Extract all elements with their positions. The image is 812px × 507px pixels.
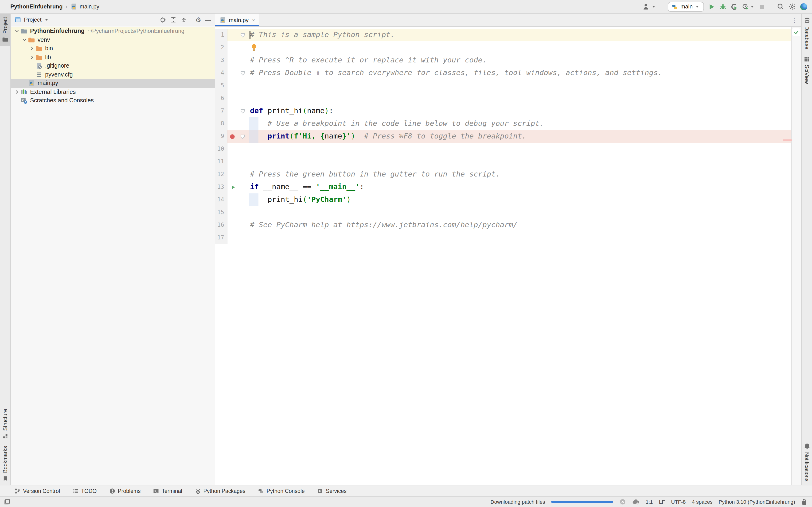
line-number[interactable]: 3 <box>215 54 227 67</box>
line-number[interactable]: 13 <box>215 181 227 193</box>
status-widget-4-spaces[interactable]: 4 spaces <box>692 499 713 505</box>
toolwindow-tab-notifications[interactable]: Notifications <box>802 440 812 485</box>
kebab-menu-icon[interactable]: ⋮ <box>788 14 801 26</box>
breadcrumb-project[interactable]: PythonEinfuehrung <box>10 3 63 10</box>
gutter-icons[interactable] <box>227 29 248 41</box>
code-text[interactable]: # Press ^R to execute it or replace it w… <box>248 54 792 67</box>
gutter-icons[interactable] <box>227 231 248 244</box>
toolwindow-button-version-control[interactable]: Version Control <box>14 488 60 494</box>
tree-item-main-py[interactable]: main.py <box>11 79 215 88</box>
code-line-8[interactable]: 8 # Use a breakpoint in the code line be… <box>215 117 792 130</box>
status-widget-lf[interactable]: LF <box>659 499 665 505</box>
code-text[interactable] <box>248 41 792 54</box>
run-button[interactable] <box>708 3 715 10</box>
toolbox-sphere-button[interactable] <box>800 3 807 10</box>
search-button[interactable] <box>777 3 784 10</box>
code-line-6[interactable]: 6 <box>215 92 792 105</box>
user-button[interactable] <box>642 3 656 10</box>
profiler-button[interactable] <box>742 3 755 10</box>
gear-icon[interactable]: ⚙ <box>195 16 201 23</box>
code-line-4[interactable]: 4# Press Double ⇧ to search everywhere f… <box>215 67 792 79</box>
chevron-down-icon[interactable] <box>14 27 20 35</box>
chevron-right-icon[interactable] <box>14 88 20 96</box>
line-number[interactable]: 16 <box>215 219 227 231</box>
pentagon-icon[interactable] <box>240 32 246 38</box>
stop-button[interactable] <box>759 3 765 10</box>
chevron-down-icon[interactable] <box>44 17 49 22</box>
code-line-16[interactable]: 16# See PyCharm help at https://www.jetb… <box>215 219 792 231</box>
code-text[interactable]: print_hi('PyCharm') <box>248 193 792 206</box>
code-line-17[interactable]: 17 <box>215 231 792 244</box>
gutter-icons[interactable] <box>227 193 248 206</box>
code-text[interactable] <box>248 231 792 244</box>
toolwindow-button-todo[interactable]: TODO <box>72 488 97 494</box>
breadcrumb-file[interactable]: main.py <box>70 3 99 10</box>
line-number[interactable]: 10 <box>215 143 227 155</box>
chevron-right-icon[interactable] <box>29 54 35 61</box>
gutter-icons[interactable] <box>227 130 248 143</box>
pentagon-icon[interactable] <box>240 133 246 139</box>
tree-item-external-libraries[interactable]: External Libraries <box>11 88 215 96</box>
gutter-icons[interactable] <box>227 206 248 219</box>
code-line-11[interactable]: 11 <box>215 155 792 168</box>
pentagon-icon[interactable] <box>240 70 246 76</box>
status-widget-python-3-10-pythoneinfuehrung-[interactable]: Python 3.10 (PythonEinfuehrung) <box>719 499 795 505</box>
status-widget-1-1[interactable]: 1:1 <box>646 499 653 505</box>
toolwindow-tab-structure[interactable]: Structure <box>0 406 10 443</box>
gutter-icons[interactable] <box>227 168 248 181</box>
code-text[interactable] <box>248 206 792 219</box>
debug-button[interactable] <box>719 3 726 10</box>
inspections-ok-chip[interactable] <box>792 28 800 36</box>
code-text[interactable] <box>248 92 792 105</box>
layout-widget-icon[interactable] <box>4 499 10 505</box>
gutter-icons[interactable] <box>227 92 248 105</box>
collapse-all-icon[interactable] <box>181 16 187 23</box>
lock-open-icon[interactable] <box>801 498 807 505</box>
line-number[interactable]: 15 <box>215 206 227 219</box>
tree-item-lib[interactable]: lib <box>11 53 215 61</box>
code-line-7[interactable]: 7def print_hi(name): <box>215 105 792 117</box>
code-line-2[interactable]: 2 <box>215 41 792 54</box>
gutter-icons[interactable] <box>227 219 248 231</box>
line-number[interactable]: 9 <box>215 130 227 143</box>
cloud-settings-icon[interactable] <box>632 499 640 505</box>
line-number[interactable]: 6 <box>215 92 227 105</box>
project-panel-title[interactable]: Project <box>24 16 42 23</box>
code-line-14[interactable]: 14 print_hi('PyCharm') <box>215 193 792 206</box>
tree-item-pyvenv-cfg[interactable]: pyvenv.cfg <box>11 70 215 79</box>
line-number[interactable]: 12 <box>215 168 227 181</box>
toolwindow-tab-sciview[interactable]: SciView <box>802 53 812 87</box>
close-icon[interactable]: × <box>252 17 255 23</box>
code-text[interactable]: # Press Double ⇧ to search everywhere fo… <box>248 67 792 79</box>
intention-bulb-icon[interactable] <box>251 44 257 52</box>
pentagon-icon[interactable] <box>240 108 246 114</box>
line-number[interactable]: 1 <box>215 29 227 41</box>
tree-item--gitignore[interactable]: .gitignore <box>11 61 215 70</box>
locate-icon[interactable] <box>159 16 166 23</box>
code-line-1[interactable]: 1# This is a sample Python script. <box>215 29 792 41</box>
breakpoint-icon[interactable] <box>229 133 236 139</box>
line-number[interactable]: 14 <box>215 193 227 206</box>
gutter-icons[interactable] <box>227 41 248 54</box>
code-line-10[interactable]: 10 <box>215 143 792 155</box>
gutter-icons[interactable] <box>227 105 248 117</box>
run-line-icon[interactable] <box>230 184 236 190</box>
chevron-down-icon[interactable] <box>21 36 28 44</box>
toolwindow-button-terminal[interactable]: Terminal <box>153 488 182 494</box>
gutter-icons[interactable] <box>227 67 248 79</box>
toolwindow-button-python-packages[interactable]: Python Packages <box>194 488 245 494</box>
gutter-icons[interactable] <box>227 181 248 193</box>
tree-item-venv[interactable]: venv <box>11 36 215 44</box>
line-number[interactable]: 4 <box>215 67 227 79</box>
cancel-icon[interactable] <box>619 499 626 505</box>
gutter-icons[interactable] <box>227 143 248 155</box>
code-line-3[interactable]: 3# Press ^R to execute it or replace it … <box>215 54 792 67</box>
line-number[interactable]: 5 <box>215 79 227 92</box>
toolwindow-tab-bookmarks[interactable]: Bookmarks <box>0 443 10 485</box>
line-number[interactable]: 2 <box>215 41 227 54</box>
code-text[interactable]: def print_hi(name): <box>248 105 792 117</box>
code-line-9[interactable]: 9 print(f'Hi, {name}') # Press ⌘F8 to to… <box>215 130 792 143</box>
code-text[interactable]: # This is a sample Python script. <box>248 29 792 41</box>
tree-item-bin[interactable]: bin <box>11 44 215 53</box>
code-line-15[interactable]: 15 <box>215 206 792 219</box>
